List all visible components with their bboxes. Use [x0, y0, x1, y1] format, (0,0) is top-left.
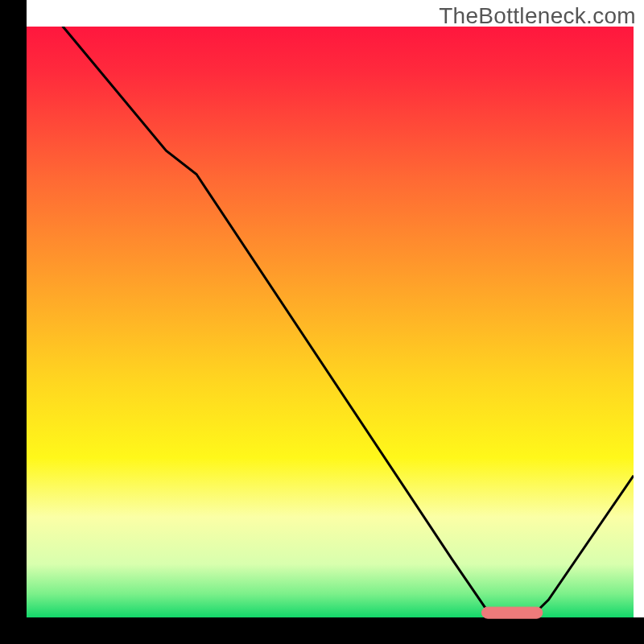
frame-bottom: [0, 617, 644, 644]
bottleneck-chart: [0, 0, 644, 644]
plot-background: [27, 27, 634, 617]
frame-left: [0, 0, 27, 644]
watermark-text: TheBottleneck.com: [439, 3, 636, 29]
optimal-marker: [482, 607, 543, 618]
chart-stage: TheBottleneck.com: [0, 0, 644, 644]
